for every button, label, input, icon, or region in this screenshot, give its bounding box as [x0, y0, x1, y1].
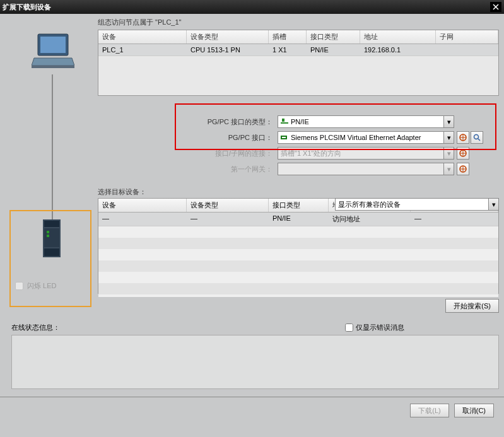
laptop-icon — [32, 32, 74, 71]
svg-line-9 — [478, 139, 480, 141]
close-button[interactable] — [490, 2, 501, 12]
cell-type: — — [187, 213, 269, 226]
iftype-label: PG/PC 接口的类型： — [0, 117, 278, 127]
adapter-icon — [281, 134, 288, 141]
if-label: PG/PC 接口： — [0, 133, 278, 143]
chevron-down-icon: ▾ — [443, 148, 454, 159]
chevron-down-icon: ▾ — [488, 199, 498, 210]
gateway-properties-button[interactable] — [457, 163, 469, 175]
search-label: 开始搜索(S) — [454, 301, 491, 311]
cell-type: CPU 1513-1 PN — [187, 44, 269, 55]
conn-label: 接口/子网的连接： — [0, 149, 278, 158]
cell-target: — — [411, 213, 498, 226]
download-button: 下载(L) — [410, 404, 448, 417]
col-device: 设备 — [98, 30, 187, 44]
svg-rect-17 — [44, 248, 59, 256]
svg-rect-13 — [44, 221, 59, 227]
filter-select[interactable]: 显示所有兼容的设备 ▾ — [335, 198, 499, 211]
svg-rect-2 — [32, 66, 74, 68]
gateway-label: 第一个网关： — [0, 165, 278, 174]
svg-rect-16 — [47, 235, 49, 237]
search-adapter-button[interactable] — [471, 131, 483, 144]
plc-icon — [43, 219, 61, 259]
svg-rect-15 — [47, 231, 49, 233]
status-list — [11, 335, 499, 389]
chevron-down-icon: ▾ — [443, 116, 454, 127]
flash-led-label: 闪烁 LED — [27, 281, 56, 291]
globe-icon — [459, 149, 467, 157]
if-value: Siemens PLCSIM Virtual Ethernet Adapter — [291, 134, 421, 141]
select-target-label: 选择目标设备： — [98, 187, 504, 197]
only-errors-label: 仅显示错误消息 — [356, 323, 404, 332]
gateway-select: ▾ — [278, 163, 454, 175]
cell-subnet — [436, 44, 498, 55]
window-title: 扩展下载到设备 — [3, 3, 490, 12]
col-device: 设备 — [98, 199, 187, 212]
col-subnet: 子网 — [436, 30, 498, 44]
cell-addr: 192.168.0.1 — [360, 44, 436, 55]
conn-select: 插槽"1 X1"处的方向 ▾ — [278, 147, 454, 160]
cancel-button[interactable]: 取消(C) — [454, 404, 494, 417]
col-iftype: 接口类型 — [269, 199, 329, 212]
magnifier-icon — [473, 134, 481, 141]
svg-point-8 — [474, 135, 479, 139]
chevron-down-icon: ▾ — [443, 132, 454, 143]
svg-rect-6 — [282, 137, 286, 138]
iftype-select[interactable]: PN/IE ▾ — [278, 115, 454, 128]
node-section-label: 组态访问节点属于 "PLC_1" — [0, 14, 504, 30]
col-type: 设备类型 — [187, 199, 269, 212]
filter-value: 显示所有兼容的设备 — [338, 200, 401, 209]
properties-button[interactable] — [457, 131, 469, 144]
cell-slot: 1 X1 — [269, 44, 307, 55]
only-errors-checkbox[interactable] — [345, 323, 353, 332]
cell-device: PLC_1 — [98, 44, 187, 55]
download-label: 下载(L) — [418, 406, 440, 416]
globe-icon — [459, 134, 467, 141]
conn-value: 插槽"1 X1"处的方向 — [281, 149, 341, 158]
col-iftype: 接口类型 — [307, 30, 360, 44]
start-search-button[interactable]: 开始搜索(S) — [445, 299, 499, 313]
svg-rect-3 — [281, 122, 288, 124]
table-row[interactable]: PLC_1 CPU 1513-1 PN 1 X1 PN/IE 192.168.0… — [98, 44, 498, 56]
target-table: 设备 设备类型 接口类型 地址 目标设备 — — PN/IE 访问地址 — — [98, 198, 499, 294]
table-empty-area — [98, 226, 498, 297]
conn-properties-button[interactable] — [457, 147, 469, 160]
svg-rect-1 — [40, 37, 66, 53]
table-row[interactable]: — — PN/IE 访问地址 — — [98, 213, 498, 226]
cell-addr: 访问地址 — [329, 213, 411, 226]
cancel-label: 取消(C) — [462, 406, 486, 416]
connection-cable — [52, 74, 53, 219]
chevron-down-icon: ▾ — [443, 163, 454, 175]
flash-led-checkbox — [15, 282, 23, 290]
col-addr: 地址 — [360, 30, 436, 44]
device-table: 设备 设备类型 插槽 接口类型 地址 子网 PLC_1 CPU 1513-1 P… — [98, 30, 499, 96]
svg-rect-14 — [44, 228, 59, 247]
title-bar: 扩展下载到设备 — [0, 0, 504, 14]
network-icon — [281, 119, 288, 125]
svg-rect-4 — [282, 119, 284, 122]
iftype-value: PN/IE — [291, 118, 309, 125]
globe-icon — [459, 165, 467, 173]
col-type: 设备类型 — [187, 30, 269, 44]
table-empty-area — [98, 56, 498, 95]
status-label: 在线状态信息： — [11, 323, 345, 332]
cell-iftype: PN/IE — [307, 44, 360, 55]
close-icon — [493, 4, 499, 10]
flash-led-row: 闪烁 LED — [15, 281, 56, 291]
cell-device: — — [98, 213, 187, 226]
only-errors-row[interactable]: 仅显示错误消息 — [345, 323, 404, 332]
cell-iftype: PN/IE — [269, 213, 329, 226]
col-slot: 插槽 — [269, 30, 307, 44]
device-table-header: 设备 设备类型 插槽 接口类型 地址 子网 — [98, 30, 498, 44]
if-select[interactable]: Siemens PLCSIM Virtual Ethernet Adapter … — [278, 131, 454, 144]
